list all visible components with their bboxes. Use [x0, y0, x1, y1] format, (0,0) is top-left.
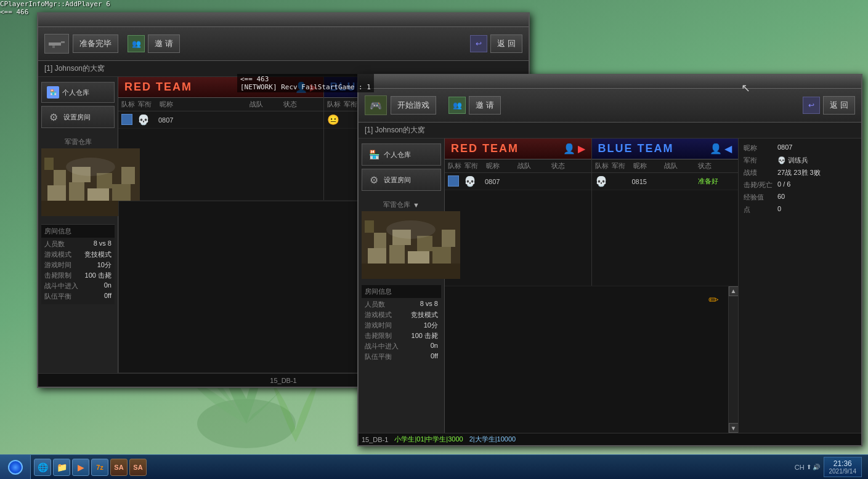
left-room-info-rows: 人员数 8 vs 8 游戏模式 竞技模式 游戏时间 10分 击毙限制: [41, 238, 115, 304]
profile-exp-value: 60: [777, 193, 856, 202]
right-time-value: 10分: [424, 321, 438, 330]
right-join-value: 0n: [431, 342, 438, 351]
right-players-label: 人员数: [365, 300, 385, 309]
taskbar-ie-icon[interactable]: 🌐: [34, 459, 51, 476]
left-blue-p1-emoji: 😐: [327, 115, 339, 125]
svg-rect-8: [112, 184, 131, 201]
right-red-flag-icon: ▶: [578, 143, 585, 155]
settings-icon-right: ⚙: [367, 173, 381, 187]
left-info-row-players: 人员数 8 vs 8: [44, 240, 112, 249]
right-red-p1-avatar: [448, 175, 461, 188]
right-map-thumbnail: [362, 211, 460, 279]
profile-record-row: 战绩 27战 23胜 3败: [744, 168, 856, 177]
invite-button-right[interactable]: 邀 请: [469, 96, 501, 115]
scroll-down-btn-right[interactable]: ▼: [729, 423, 739, 433]
right-red-p1-nick: 0807: [485, 178, 516, 185]
warehouse-button-right[interactable]: 🏪 个人仓库: [362, 143, 441, 166]
ready-button[interactable]: 准备完毕: [73, 34, 118, 53]
taskbar-7z-icon[interactable]: 7z: [91, 459, 108, 476]
left-info-row-kills: 击毙限制 100 击毙: [44, 271, 112, 280]
dropdown-arrow-icon[interactable]: ▼: [413, 201, 420, 209]
left-balance-value: 0ff: [104, 292, 112, 301]
start-button[interactable]: [0, 455, 31, 479]
right-map-dropdown: 军雷仓库 ▼: [362, 200, 441, 209]
left-kills-label: 击毙限制: [44, 271, 71, 280]
left-red-p1-avatar: [121, 114, 135, 126]
right-red-col-nick: 昵称: [486, 161, 514, 171]
right-time-label: 游戏时间: [365, 321, 392, 330]
left-sidebar-buttons: 🏪 个人仓库 ⚙ 设置房间 军雷仓库: [38, 77, 118, 373]
right-teams-panels: RED TEAM 👤 ▶ 队标 军衔 昵称 战队 状态: [445, 139, 738, 286]
left-map-name-label: 军雷仓库: [41, 137, 115, 147]
ready-label: 准备完毕: [79, 38, 112, 49]
right-mode-value: 竞技模式: [411, 310, 438, 320]
svg-rect-12: [44, 158, 54, 170]
left-red-team-name: RED TEAM: [124, 81, 192, 94]
warehouse-button-left[interactable]: 🏪 个人仓库: [41, 82, 115, 103]
right-room-info-rows: 人员数 8 vs 8 游戏模式 竞技模式 游戏时间 10分 击毙限制: [362, 298, 441, 364]
right-red-icons: 👤 ▶: [563, 143, 585, 155]
left-red-p1-rank: 💀: [137, 114, 156, 126]
svg-point-27: [386, 220, 436, 239]
profile-points-row: 点 0: [744, 205, 856, 214]
invite-button-left[interactable]: 邀 请: [148, 34, 180, 53]
svg-rect-21: [374, 233, 386, 248]
right-red-col-team: 战队: [517, 161, 548, 171]
clock-time: 21:36: [829, 459, 857, 468]
taskbar-sa2-icon[interactable]: SA: [129, 459, 147, 476]
right-status-bar: 15_DB-1 小学生|01|中学生|3000 2|大学生|10000: [359, 433, 861, 445]
right-map-name: 军雷仓库: [383, 200, 410, 209]
start-game-icon: 🎮: [365, 95, 387, 115]
right-blue-col-status: 状态: [698, 161, 735, 171]
right-toolbar: 🎮 开始游戏 👥 邀 请 ↖ ↩: [359, 89, 861, 123]
profile-kd-value: 0 / 6: [777, 180, 856, 190]
right-mode-label: 游戏模式: [365, 310, 392, 320]
left-mode-value: 竞技模式: [84, 250, 112, 259]
right-blue-flag-icon: ◀: [724, 143, 732, 155]
right-map-section: 军雷仓库 ▼: [362, 200, 441, 279]
left-join-value: 0n: [104, 281, 112, 291]
back-button-right[interactable]: 返 回: [823, 96, 855, 115]
profile-exp-label: 经验值: [744, 193, 777, 202]
right-blue-col-icon: 队标: [595, 161, 609, 171]
right-red-team-panel: RED TEAM 👤 ▶ 队标 军衔 昵称 战队 状态: [445, 139, 592, 286]
svg-rect-18: [389, 245, 405, 264]
profile-nick-value: 0807: [777, 143, 856, 153]
overlay-line1: <== 463: [240, 75, 371, 83]
right-blue-p1-emoji: 💀: [595, 176, 607, 187]
taskbar-media-icon[interactable]: ▶: [72, 459, 89, 476]
back-label-left: 返 回: [497, 38, 516, 49]
settings-button-left[interactable]: ⚙ 设置房间: [41, 106, 115, 128]
right-red-players-area: 💀 0807: [445, 173, 591, 286]
taskbar-right: CH ⬆ 🔊 21:36 2021/9/14: [795, 457, 868, 477]
start-icon-shape: 🎮: [370, 100, 382, 111]
taskbar-sa1-icon[interactable]: SA: [110, 459, 128, 476]
taskbar-explorer-icon[interactable]: 📁: [53, 459, 70, 476]
right-blue-col-nick: 昵称: [633, 161, 662, 171]
right-players-value: 8 vs 8: [420, 300, 438, 309]
left-red-player-1: 💀 0807: [118, 111, 323, 129]
right-blue-col-team: 战队: [664, 161, 695, 171]
right-chat-area: ✏ ▲ ▼: [445, 286, 738, 433]
svg-rect-9: [54, 170, 66, 185]
left-balance-label: 队伍平衡: [44, 292, 71, 301]
right-kills-value: 100 击毙: [412, 331, 438, 340]
back-button-left[interactable]: 返 回: [490, 34, 522, 53]
right-red-p1-flag: [448, 175, 459, 187]
right-info-row-join: 战斗中进入 0n: [365, 342, 438, 351]
warehouse-icon-left: 🏪: [47, 86, 59, 99]
right-blue-team-header: BLUE TEAM 👤 ◀: [592, 139, 739, 159]
right-red-col-rank: 军衔: [464, 161, 483, 171]
settings-button-right[interactable]: ⚙ 设置房间: [362, 169, 441, 191]
invite-icon-left: 👥: [128, 35, 145, 52]
left-join-label: 战斗中进入: [44, 281, 78, 291]
settings-label-left: 设置房间: [63, 113, 91, 122]
right-red-col-status: 状态: [551, 161, 588, 171]
left-room-title-text: [1] Johnson的大窝: [44, 64, 105, 73]
svg-rect-17: [368, 248, 386, 264]
scroll-up-btn-right[interactable]: ▲: [729, 286, 739, 296]
right-window: 🎮 开始游戏 👥 邀 请 ↖ ↩: [357, 74, 862, 446]
profile-rank-row: 军衔 💀 训练兵: [744, 156, 856, 165]
right-info-row-mode: 游戏模式 竞技模式: [365, 310, 438, 320]
start-game-button[interactable]: 开始游戏: [391, 96, 436, 115]
